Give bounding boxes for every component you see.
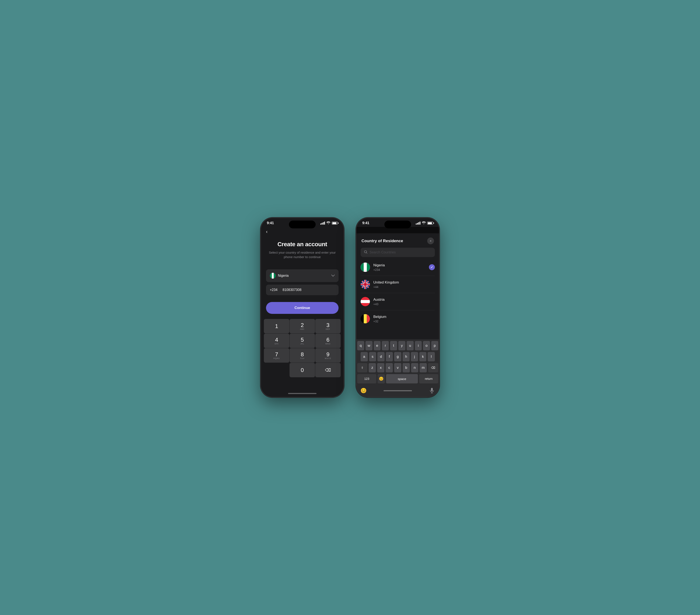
key-d[interactable]: d xyxy=(377,352,385,361)
phones-container: 9:41 xyxy=(261,218,439,397)
key-g[interactable]: g xyxy=(394,352,401,361)
mic-button[interactable] xyxy=(427,386,437,395)
svg-rect-2 xyxy=(272,273,274,279)
keyboard-row-2: a s d f g h j k l xyxy=(357,352,438,361)
key-j[interactable]: j xyxy=(411,352,418,361)
key-m[interactable]: m xyxy=(420,363,427,373)
key-t[interactable]: t xyxy=(390,341,397,350)
key-s[interactable]: s xyxy=(369,352,376,361)
key-2[interactable]: 2 ABC xyxy=(289,319,315,334)
key-empty xyxy=(264,363,289,377)
wifi-icon-2 xyxy=(422,221,426,225)
svg-line-5 xyxy=(366,253,367,253)
key-y[interactable]: y xyxy=(398,341,405,350)
svg-rect-23 xyxy=(361,303,370,306)
signal-icon-2 xyxy=(416,222,421,225)
svg-rect-22 xyxy=(361,300,370,303)
key-v[interactable]: v xyxy=(394,363,401,373)
nigeria-flag-small xyxy=(270,273,276,279)
key-1[interactable]: 1 xyxy=(264,319,289,334)
country-item-belgium[interactable]: Belgium +32 xyxy=(361,310,435,327)
nigeria-name: Nigeria xyxy=(373,263,429,267)
key-i[interactable]: i xyxy=(415,341,422,350)
svg-rect-1 xyxy=(270,273,272,279)
key-4[interactable]: 4 GHI xyxy=(264,334,289,348)
country-selector[interactable]: Nigeria xyxy=(266,269,339,282)
modal-header: Country of Residence × xyxy=(357,233,439,248)
svg-rect-28 xyxy=(431,388,433,391)
continue-button[interactable]: Continue xyxy=(266,302,339,314)
uk-code: +44 xyxy=(373,285,435,289)
key-r[interactable]: r xyxy=(382,341,389,350)
key-l[interactable]: l xyxy=(428,352,435,361)
search-bar[interactable]: Search Countries xyxy=(361,248,435,257)
svg-rect-26 xyxy=(364,314,367,323)
keyboard-row-1: q w e r t y u i o p xyxy=(357,341,438,350)
return-key[interactable]: return xyxy=(419,374,438,384)
austria-info: Austria +43 xyxy=(373,298,435,306)
country-item-nigeria[interactable]: Nigeria +234 ✓ xyxy=(361,259,435,276)
numpad: 1 2 ABC 3 DEF 4 xyxy=(261,319,343,390)
key-k[interactable]: k xyxy=(420,352,427,361)
key-delete[interactable]: ⌫ xyxy=(315,363,341,377)
countries-list: Nigeria +234 ✓ xyxy=(357,259,439,339)
phone-input-field[interactable]: +234 8108307308 xyxy=(266,285,339,295)
status-icons-1 xyxy=(320,221,338,225)
phone1-content: ‹ Create an account Select your country … xyxy=(261,227,343,397)
numbers-key[interactable]: 123 xyxy=(357,374,376,384)
status-time-1: 9:41 xyxy=(267,221,274,225)
key-w[interactable]: w xyxy=(365,341,373,350)
country-item-austria[interactable]: Austria +43 xyxy=(361,293,435,310)
svg-rect-25 xyxy=(361,314,364,323)
key-0[interactable]: 0 xyxy=(289,363,315,377)
country-modal: Country of Residence × Search Count xyxy=(357,233,439,397)
wifi-icon xyxy=(326,221,330,225)
key-5[interactable]: 5 JKL xyxy=(289,334,315,348)
key-3[interactable]: 3 DEF xyxy=(315,319,341,334)
emoji-key[interactable]: 😊 xyxy=(378,374,385,384)
emoji-button[interactable]: 😊 xyxy=(359,386,368,395)
key-e[interactable]: e xyxy=(374,341,381,350)
key-h[interactable]: h xyxy=(403,352,410,361)
chevron-down-icon xyxy=(331,274,335,278)
key-z[interactable]: z xyxy=(369,363,376,373)
belgium-name: Belgium xyxy=(373,315,435,319)
phone-code: +234 xyxy=(270,288,277,292)
keyboard-row-4: 123 😊 space return xyxy=(357,374,438,384)
modal-title: Country of Residence xyxy=(361,239,403,243)
austria-flag xyxy=(361,297,370,306)
uk-name: United Kingdom xyxy=(373,280,435,285)
svg-rect-3 xyxy=(274,273,276,279)
dynamic-island xyxy=(289,221,316,228)
numpad-row-4: 0 ⌫ xyxy=(262,363,343,377)
close-icon: × xyxy=(430,239,432,242)
nigeria-flag xyxy=(361,263,370,272)
belgium-code: +32 xyxy=(373,319,435,323)
space-key[interactable]: space xyxy=(386,374,418,384)
key-u[interactable]: u xyxy=(407,341,414,350)
selected-country-name: Nigeria xyxy=(278,274,289,278)
shift-key[interactable]: ⇧ xyxy=(357,363,367,373)
nigeria-code: +234 xyxy=(373,268,429,272)
key-6[interactable]: 6 MNO xyxy=(315,334,341,348)
key-9[interactable]: 9 WXYZ xyxy=(315,348,341,363)
key-8[interactable]: 8 TUV xyxy=(289,348,315,363)
key-a[interactable]: a xyxy=(361,352,368,361)
key-o[interactable]: o xyxy=(423,341,430,350)
delete-key[interactable]: ⌫ xyxy=(428,363,438,373)
key-c[interactable]: c xyxy=(386,363,393,373)
key-p[interactable]: p xyxy=(431,341,438,350)
key-q[interactable]: q xyxy=(357,341,364,350)
key-x[interactable]: x xyxy=(377,363,384,373)
create-account-title: Create an account xyxy=(268,241,337,248)
belgium-info: Belgium +32 xyxy=(373,315,435,323)
key-n[interactable]: n xyxy=(411,363,418,373)
key-7[interactable]: 7 PQRS xyxy=(264,348,289,363)
key-b[interactable]: b xyxy=(403,363,410,373)
close-button[interactable]: × xyxy=(427,238,434,244)
nigeria-info: Nigeria +234 xyxy=(373,263,429,272)
country-item-uk[interactable]: United Kingdom +44 xyxy=(361,276,435,293)
svg-rect-8 xyxy=(364,263,367,272)
key-f[interactable]: f xyxy=(386,352,393,361)
battery-icon-2 xyxy=(427,222,433,225)
